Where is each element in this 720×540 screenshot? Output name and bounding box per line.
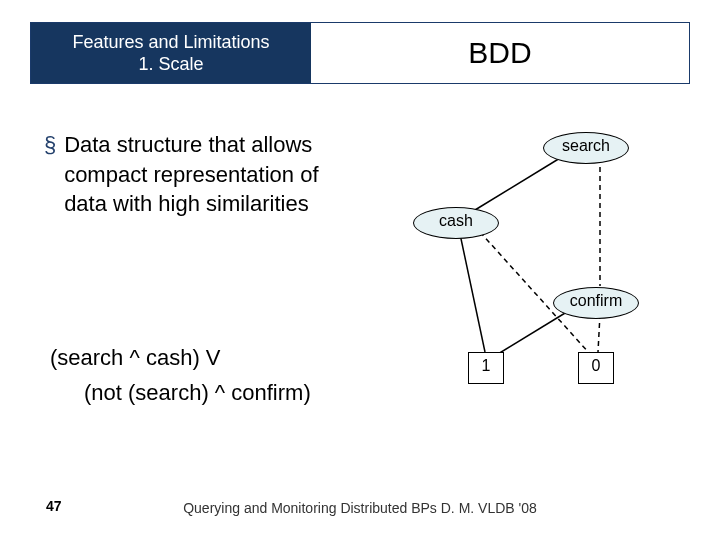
svg-line-0 [475, 155, 565, 210]
node-terminal-0: 0 [578, 352, 614, 384]
header-left-line1: Features and Limitations [72, 31, 269, 54]
header-left: Features and Limitations 1. Scale [31, 23, 311, 83]
header-right: BDD [311, 23, 689, 83]
slide: Features and Limitations 1. Scale BDD § … [0, 0, 720, 540]
bullet-item: § Data structure that allows compact rep… [44, 130, 359, 219]
header-left-line2: 1. Scale [138, 53, 203, 76]
svg-line-5 [598, 314, 600, 352]
footer-text: Querying and Monitoring Distributed BPs … [0, 500, 720, 516]
svg-line-2 [460, 234, 485, 352]
bullet-marker: § [44, 130, 58, 160]
header-bar: Features and Limitations 1. Scale BDD [30, 22, 690, 84]
formula-line2: (not (search) ^ confirm) [50, 375, 311, 410]
diagram-edges [370, 110, 700, 410]
node-cash: cash [413, 207, 499, 239]
node-search: search [543, 132, 629, 164]
formula-line1: (search ^ cash) V [50, 340, 311, 375]
bdd-diagram: search cash confirm 1 0 [370, 110, 700, 410]
node-terminal-1: 1 [468, 352, 504, 384]
svg-line-4 [498, 310, 570, 354]
node-confirm: confirm [553, 287, 639, 319]
formula-block: (search ^ cash) V (not (search) ^ confir… [50, 340, 311, 410]
bullet-text: Data structure that allows compact repre… [64, 130, 354, 219]
